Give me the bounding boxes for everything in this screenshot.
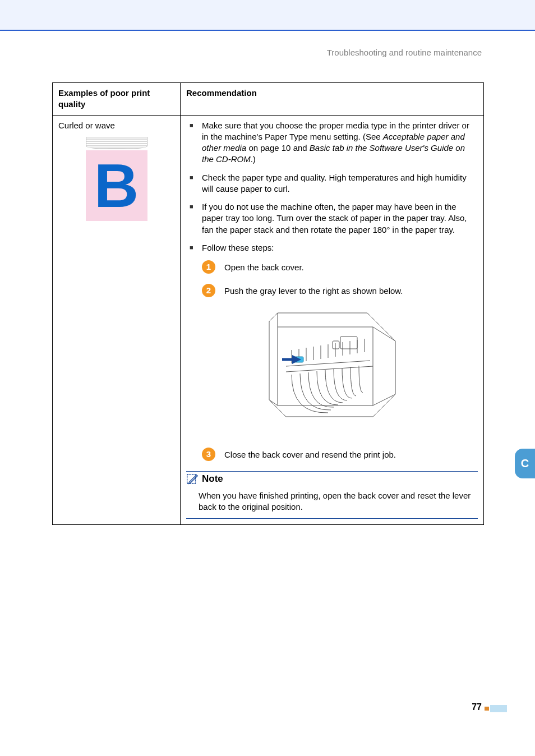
breadcrumb: Troubleshooting and routine maintenance [0,31,535,57]
page-number: 77 [472,702,482,712]
printer-back-cover-diagram [261,307,404,436]
list-item: If you do not use the machine often, the… [190,201,478,236]
step-list-continued: 3 Close the back cover and resend the pr… [202,448,478,461]
breadcrumb-text: Troubleshooting and routine maintenance [327,48,482,57]
svg-rect-1 [333,341,339,349]
bullet-text: .) [251,154,256,164]
svg-marker-17 [292,355,301,364]
list-item: Make sure that you choose the proper med… [190,120,478,165]
note-pencil-icon [186,473,199,485]
table-row: Curled or wave B Make sure that you choo… [53,115,484,525]
recommendation-cell: Make sure that you choose the proper med… [181,115,484,525]
list-item: Follow these steps: [190,242,478,253]
step-number-icon: 3 [202,448,215,461]
page-number-deco-icon [485,705,507,712]
section-tab[interactable]: C [515,449,535,478]
note-rule-bottom [186,518,478,519]
list-item: Check the paper type and quality. High t… [190,172,478,195]
step-text: Push the gray lever to the right as show… [224,284,403,297]
col-header-recommendation: Recommendation [181,83,484,116]
step-list: 1 Open the back cover. 2 Push the gray l… [202,260,478,297]
note-rule-top [186,471,478,472]
example-label: Curled or wave [58,120,174,131]
curled-top-icon [86,137,147,149]
top-bar [0,0,535,31]
step-text: Close the back cover and resend the prin… [224,448,396,460]
section-tab-letter: C [521,457,529,470]
curl-wave-illustration: B [86,137,147,221]
recommendation-list: Make sure that you choose the proper med… [190,120,478,254]
note-header: Note [186,473,478,486]
print-quality-table: Examples of poor print quality Recommend… [52,82,484,525]
letter-b-glyph: B [94,155,139,216]
col-header-examples: Examples of poor print quality [53,83,181,116]
list-item: 1 Open the back cover. [202,260,478,274]
letter-b-sample: B [86,150,147,221]
example-cell: Curled or wave B [53,115,181,525]
note-title: Note [202,473,223,486]
svg-rect-19 [485,707,489,711]
note-body: When you have finished printing, open th… [186,489,478,518]
list-item: 3 Close the back cover and resend the pr… [202,448,478,461]
note-block: Note When you have finished printing, op… [186,471,478,519]
svg-rect-20 [490,705,507,712]
bullet-text: on page 10 and [246,143,310,153]
step-text: Open the back cover. [224,260,304,273]
list-item: 2 Push the gray lever to the right as sh… [202,284,478,297]
step-number-icon: 2 [202,284,215,297]
svg-line-3 [286,366,373,372]
step-number-icon: 1 [202,260,215,274]
